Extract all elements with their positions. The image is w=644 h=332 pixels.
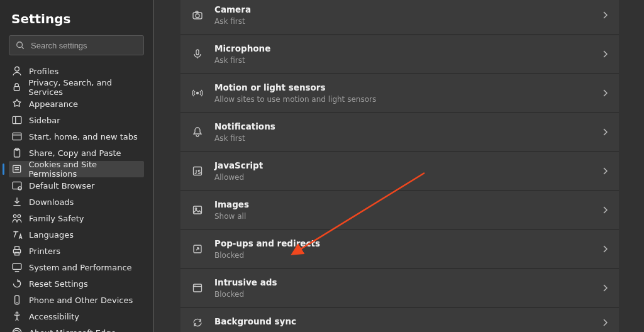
sidebar-item-accessibility[interactable]: Accessibility (9, 308, 144, 324)
permission-row-javascript[interactable]: JavaScriptAllowed (180, 152, 619, 190)
sidebar-item-profiles[interactable]: Profiles (9, 63, 144, 79)
svg-rect-20 (13, 263, 21, 269)
browser-icon (11, 180, 23, 191)
permission-row-motion-sensors[interactable]: Motion or light sensorsAllow sites to us… (180, 74, 619, 112)
permission-title: Background sync (214, 316, 296, 326)
search-input[interactable] (31, 41, 137, 50)
sidebar-item-privacy[interactable]: Privacy, Search, and Services (9, 79, 144, 96)
settings-nav: Profiles Privacy, Search, and Services A… (9, 63, 144, 332)
svg-point-15 (13, 214, 16, 218)
microphone-icon (192, 48, 203, 60)
sidebar-item-appearance[interactable]: Appearance (9, 96, 144, 112)
sidebar-item-downloads[interactable]: Downloads (9, 194, 144, 210)
permission-subtitle: Ask first (214, 56, 270, 65)
chevron-right-icon (602, 206, 608, 214)
permission-title: Motion or light sensors (214, 82, 376, 92)
permission-row-background-sync[interactable]: Background sync (180, 307, 619, 332)
svg-line-1 (22, 47, 24, 49)
sidebar-item-sidebar[interactable]: Sidebar (9, 112, 144, 128)
chevron-right-icon (602, 128, 608, 136)
languages-icon (11, 229, 23, 240)
sidebar-item-reset[interactable]: Reset Settings (9, 275, 144, 292)
sidebar-item-start[interactable]: Start, home, and new tabs (9, 128, 144, 145)
family-icon (11, 213, 23, 224)
permission-subtitle: Ask first (214, 17, 251, 26)
permission-title: Images (214, 199, 249, 209)
permissions-list: Ask first CameraAsk first MicrophoneAsk … (180, 0, 619, 332)
svg-rect-3 (14, 87, 19, 91)
lock-icon (11, 82, 22, 93)
permission-subtitle: Blocked (214, 251, 320, 260)
reset-icon (11, 278, 23, 289)
image-icon (192, 204, 203, 216)
sidebar-item-label: Cookies and Site Permissions (28, 160, 144, 179)
permission-row-popups[interactable]: Pop-ups and redirectsBlocked (180, 230, 619, 268)
permission-row-camera[interactable]: CameraAsk first (180, 0, 619, 34)
sidebar-item-label: Printers (29, 246, 60, 256)
permission-row-images[interactable]: ImagesShow all (180, 191, 619, 229)
svg-point-0 (17, 42, 23, 48)
chevron-right-icon (602, 11, 608, 19)
sidebar-item-share[interactable]: Share, Copy and Paste (9, 145, 144, 161)
chevron-right-icon (602, 318, 608, 327)
permission-title: JavaScript (214, 160, 263, 170)
sidebar-item-label: System and Performance (29, 263, 132, 272)
clipboard-icon (11, 147, 23, 158)
svg-point-16 (18, 214, 21, 218)
svg-rect-28 (196, 11, 198, 13)
chevron-right-icon (602, 284, 608, 292)
page-title: Settings (11, 11, 144, 26)
sidebar-item-family[interactable]: Family Safety (9, 210, 144, 226)
svg-rect-6 (13, 133, 21, 140)
edge-icon (11, 327, 23, 332)
popup-icon (192, 243, 203, 255)
sidebar-item-label: Profiles (29, 67, 58, 76)
motion-icon (192, 87, 203, 99)
home-icon (11, 131, 23, 142)
permission-title: Microphone (214, 43, 270, 53)
profile-icon (11, 65, 23, 77)
search-settings-field[interactable] (9, 35, 144, 55)
permission-subtitle: Blocked (214, 290, 277, 299)
download-icon (11, 196, 23, 208)
svg-rect-32 (194, 206, 202, 214)
permission-row-microphone[interactable]: MicrophoneAsk first (180, 35, 619, 73)
sidebar-item-cookies[interactable]: Cookies and Site Permissions (9, 161, 144, 177)
svg-rect-18 (15, 246, 19, 250)
permission-title: Intrusive ads (214, 277, 277, 287)
sidebar-item-languages[interactable]: Languages (9, 226, 144, 243)
permission-title: Pop-ups and redirects (214, 238, 320, 248)
svg-point-30 (197, 92, 199, 94)
sidebar-item-system[interactable]: System and Performance (9, 259, 144, 275)
permission-subtitle: Allowed (214, 173, 263, 182)
accessibility-icon (11, 311, 23, 322)
chevron-right-icon (602, 50, 608, 58)
search-icon (16, 41, 31, 50)
appearance-icon (11, 98, 23, 109)
svg-point-27 (196, 14, 199, 18)
svg-point-33 (195, 208, 197, 210)
svg-rect-10 (13, 166, 21, 173)
svg-rect-19 (15, 252, 19, 255)
permission-subtitle: Ask first (214, 134, 275, 143)
permission-subtitle: Allow sites to use motion and light sens… (214, 95, 376, 104)
sidebar-item-label: Family Safety (29, 214, 84, 223)
printer-icon (11, 245, 23, 257)
sidebar-item-label: Appearance (29, 99, 78, 109)
sidebar-item-label: Privacy, Search, and Services (28, 78, 144, 97)
sidebar-item-printers[interactable]: Printers (9, 243, 144, 259)
permission-row-notifications[interactable]: NotificationsAsk first (180, 113, 619, 151)
sidebar-icon (11, 114, 23, 126)
sidebar-item-label: Phone and Other Devices (29, 296, 133, 305)
settings-content: Ask first CameraAsk first MicrophoneAsk … (154, 0, 644, 332)
javascript-icon (192, 165, 203, 177)
sidebar-item-phone[interactable]: Phone and Other Devices (9, 292, 144, 308)
sidebar-item-about[interactable]: About Microsoft Edge (9, 324, 144, 332)
permission-row-intrusive-ads[interactable]: Intrusive adsBlocked (180, 268, 619, 307)
chevron-right-icon (602, 245, 608, 253)
svg-rect-29 (196, 50, 199, 55)
permission-title: Notifications (214, 121, 275, 131)
sidebar-item-label: Languages (29, 230, 74, 240)
sidebar-item-default-browser[interactable]: Default Browser (9, 177, 144, 194)
camera-icon (192, 9, 203, 21)
